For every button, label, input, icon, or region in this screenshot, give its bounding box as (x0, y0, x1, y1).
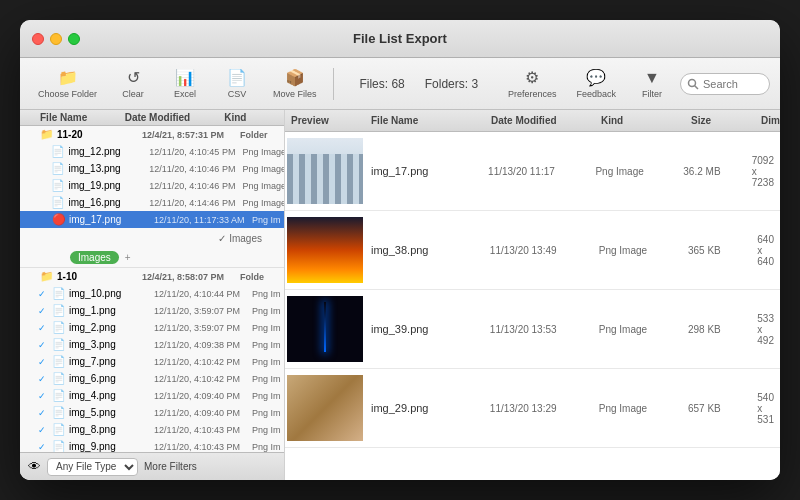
file-icon-img1: 📄 (52, 304, 66, 317)
left-panel: File Name Date Modified Kind 📁 11-20 12/… (20, 110, 285, 480)
toolbar: 📁 Choose Folder ↺ Clear 📊 Excel 📄 CSV 📦 … (20, 58, 780, 110)
file-type-selector[interactable]: Any File Type (47, 458, 138, 476)
bottom-bar: 👁 Any File Type More Filters (20, 452, 284, 480)
file-check-img8: ✓ (38, 425, 50, 435)
file-item-img7[interactable]: ✓ 📄 img_7.png 12/11/20, 4:10:42 PM Png I… (20, 353, 284, 370)
file-item-img13[interactable]: 📄 img_13.png 12/11/20, 4:10:46 PM Png Im… (20, 160, 284, 177)
file-kind-img7: Png Im (252, 357, 281, 367)
file-icon-img19: 📄 (51, 179, 65, 192)
preview-row-img38[interactable]: img_38.png 11/13/20 13:49 Png Image 365 … (285, 211, 780, 290)
eye-button[interactable]: 👁 (28, 459, 41, 474)
csv-button[interactable]: 📄 CSV (213, 65, 261, 103)
file-check-img9: ✓ (38, 442, 50, 452)
file-kind-img19: Png Image (243, 181, 284, 191)
folder-kind-1: Folder (240, 130, 268, 140)
preview-size-img38: 365 KB (682, 245, 751, 256)
file-check-img10: ✓ (38, 289, 50, 299)
preview-dim-img17: 7092 x 7238 (746, 155, 780, 188)
images-badge[interactable]: Images (70, 251, 119, 264)
preview-row-img39[interactable]: img_39.png 11/13/20 13:53 Png Image 298 … (285, 290, 780, 369)
preview-size-img29: 657 KB (682, 403, 751, 414)
minimize-button[interactable] (50, 33, 62, 45)
excel-icon: 📊 (173, 69, 197, 87)
file-item-img16[interactable]: 📄 img_16.png 12/11/20, 4:14:46 PM Png Im… (20, 194, 284, 211)
file-icon-img8: 📄 (52, 423, 66, 436)
window-title: File List Export (353, 31, 447, 46)
col-header-preview: Preview (285, 115, 365, 126)
folder-item-11-20[interactable]: 📁 11-20 12/4/21, 8:57:31 PM Folder (20, 126, 284, 143)
file-date-img1: 12/11/20, 3:59:07 PM (154, 306, 252, 316)
file-item-img9[interactable]: ✓ 📄 img_9.png 12/11/20, 4:10:43 PM Png I… (20, 438, 284, 452)
preview-row-img17[interactable]: img_17.png 11/13/20 11:17 Png Image 36.2… (285, 132, 780, 211)
close-button[interactable] (32, 33, 44, 45)
file-name-img7: img_7.png (69, 356, 154, 367)
clear-button[interactable]: ↺ Clear (109, 65, 157, 103)
file-item-img8[interactable]: ✓ 📄 img_8.png 12/11/20, 4:10:43 PM Png I… (20, 421, 284, 438)
more-filters-button[interactable]: More Filters (144, 461, 197, 472)
file-item-img10[interactable]: ✓ 📄 img_10.png 12/11/20, 4:10:44 PM Png … (20, 285, 284, 302)
filter-label: Filter (642, 89, 662, 99)
file-check-img7: ✓ (38, 357, 50, 367)
file-item-img3[interactable]: ✓ 📄 img_3.png 12/11/20, 4:09:38 PM Png I… (20, 336, 284, 353)
file-name-img19: img_19.png (68, 180, 149, 191)
file-icon-img12: 📄 (51, 145, 65, 158)
file-date-img9: 12/11/20, 4:10:43 PM (154, 442, 252, 452)
file-icon-img16: 📄 (51, 196, 65, 209)
move-files-button[interactable]: 📦 Move Files (265, 65, 325, 103)
folder-item-1-10[interactable]: 📁 1-10 12/4/21, 8:58:07 PM Folde (20, 268, 284, 285)
file-check-img1: ✓ (38, 306, 50, 316)
toolbar-right: ⚙ Preferences 💬 Feedback ▼ Filter (500, 65, 770, 103)
file-list[interactable]: 📁 11-20 12/4/21, 8:57:31 PM Folder 📄 img… (20, 126, 284, 452)
file-icon-img7: 📄 (52, 355, 66, 368)
file-item-img2[interactable]: ✓ 📄 img_2.png 12/11/20, 3:59:07 PM Png I… (20, 319, 284, 336)
maximize-button[interactable] (68, 33, 80, 45)
choose-folder-button[interactable]: 📁 Choose Folder (30, 65, 105, 103)
file-item-img6[interactable]: ✓ 📄 img_6.png 12/11/20, 4:10:42 PM Png I… (20, 370, 284, 387)
folders-count: Folders: 3 (425, 77, 478, 91)
thumb-sunset-img38 (287, 217, 363, 283)
file-icon-img3: 📄 (52, 338, 66, 351)
preview-name-img17: img_17.png (365, 165, 482, 177)
file-icon-img9: 📄 (52, 440, 66, 452)
feedback-icon: 💬 (584, 69, 608, 87)
file-item-img5[interactable]: ✓ 📄 img_5.png 12/11/20, 4:09:40 PM Png I… (20, 404, 284, 421)
preferences-button[interactable]: ⚙ Preferences (500, 65, 565, 103)
file-item-img12[interactable]: 📄 img_12.png 12/11/20, 4:10:45 PM Png Im… (20, 143, 284, 160)
folder-name-1: 11-20 (57, 129, 142, 140)
file-item-img17[interactable]: 🔴 img_17.png 12/11/20, 11:17:33 AM Png I… (20, 211, 284, 228)
file-date-img16: 12/11/20, 4:14:46 PM (149, 198, 242, 208)
file-icon-img5: 📄 (52, 406, 66, 419)
folder-date-1: 12/4/21, 8:57:31 PM (142, 130, 240, 140)
preview-row-img29[interactable]: img_29.png 11/13/20 13:29 Png Image 657 … (285, 369, 780, 448)
file-date-img12: 12/11/20, 4:10:45 PM (149, 147, 242, 157)
preview-thumb-img39 (285, 294, 365, 364)
excel-button[interactable]: 📊 Excel (161, 65, 209, 103)
titlebar: File List Export (20, 20, 780, 58)
col-header-size: Size (685, 115, 755, 126)
preferences-label: Preferences (508, 89, 557, 99)
content-area: File Name Date Modified Kind 📁 11-20 12/… (20, 110, 780, 480)
choose-folder-label: Choose Folder (38, 89, 97, 99)
preview-thumb-img29 (285, 373, 365, 443)
main-window: File List Export 📁 Choose Folder ↺ Clear… (20, 20, 780, 480)
file-date-img7: 12/11/20, 4:10:42 PM (154, 357, 252, 367)
excel-label: Excel (174, 89, 196, 99)
file-item-img19[interactable]: 📄 img_19.png 12/11/20, 4:10:46 PM Png Im… (20, 177, 284, 194)
col-header-kind-preview: Kind (595, 115, 685, 126)
images-tag-row: ✓ Images (20, 228, 284, 248)
file-date-img4: 12/11/20, 4:09:40 PM (154, 391, 252, 401)
folder-name-2: 1-10 (57, 271, 142, 282)
feedback-button[interactable]: 💬 Feedback (568, 65, 624, 103)
toolbar-stats: Files: 68 Folders: 3 (342, 77, 496, 91)
file-kind-img10: Png Im (252, 289, 281, 299)
search-input[interactable] (680, 73, 770, 95)
filter-button[interactable]: ▼ Filter (628, 65, 676, 103)
file-item-img4[interactable]: ✓ 📄 img_4.png 12/11/20, 4:09:40 PM Png I… (20, 387, 284, 404)
images-tag-green: Images + (20, 248, 284, 268)
preview-list[interactable]: img_17.png 11/13/20 11:17 Png Image 36.2… (285, 132, 780, 480)
preview-name-img39: img_39.png (365, 323, 484, 335)
file-item-img1[interactable]: ✓ 📄 img_1.png 12/11/20, 3:59:07 PM Png I… (20, 302, 284, 319)
csv-label: CSV (228, 89, 247, 99)
file-kind-img12: Png Image (243, 147, 284, 157)
file-icon-img10: 📄 (52, 287, 66, 300)
